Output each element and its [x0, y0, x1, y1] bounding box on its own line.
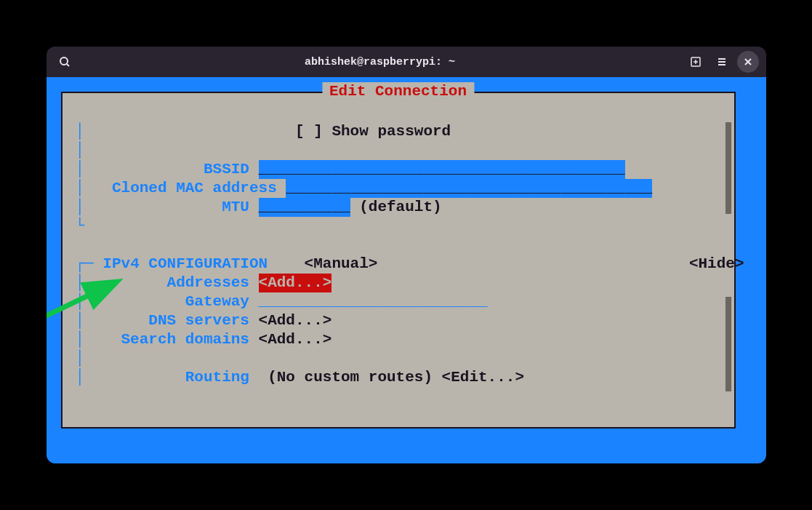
dialog-title: Edit Connection [322, 82, 474, 101]
tree-pipe: │ [76, 349, 85, 368]
tree-pipe: │ [76, 179, 85, 198]
svg-point-0 [60, 57, 68, 65]
routing-edit-button[interactable]: <Edit...> [442, 368, 524, 387]
addresses-label: Addresses [84, 274, 258, 292]
scrollbar-segment[interactable] [725, 297, 731, 391]
new-tab-icon[interactable] [685, 51, 707, 73]
ipv4-section-label: IPv4 CONFIGURATION [94, 255, 268, 274]
bssid-label: BSSID [84, 160, 258, 179]
window-title: abhishek@raspberrypi: ~ [76, 56, 685, 68]
hamburger-icon[interactable] [711, 51, 733, 73]
spacer [84, 122, 295, 141]
search-domains-add-button[interactable]: <Add...> [259, 330, 332, 349]
checkbox-show-password[interactable]: [ ] [295, 122, 323, 141]
spacer [84, 179, 112, 198]
addresses-add-button[interactable]: <Add...> [259, 274, 332, 292]
svg-line-1 [67, 64, 69, 66]
tree-pipe: │ [76, 274, 85, 292]
dns-add-button[interactable]: <Add...> [259, 311, 332, 330]
tree-pipe: │ [76, 141, 85, 160]
tree-pipe: │ [76, 311, 85, 330]
cloned-mac-label: Cloned MAC address [112, 179, 286, 198]
spacer [377, 255, 688, 274]
titlebar: abhishek@raspberrypi: ~ [47, 47, 766, 77]
tree-pipe: │ [76, 122, 85, 141]
search-icon[interactable] [54, 51, 76, 73]
tree-pipe: │ [76, 160, 85, 179]
ipv4-expand-icon[interactable]: ┌─ [76, 255, 94, 274]
gateway-label: Gateway [84, 292, 258, 311]
spacer [268, 255, 304, 274]
mtu-label: MTU [84, 198, 258, 217]
cloned-mac-input[interactable]: ________________________________________ [286, 179, 652, 198]
tree-pipe: │ [76, 198, 85, 217]
tree-pipe: │ [76, 368, 85, 387]
dns-label: DNS servers [84, 311, 258, 330]
edit-connection-dialog: Edit Connection │ [ ] Show password │ │ … [61, 92, 736, 429]
default-label: (default) [350, 198, 442, 217]
terminal-body: Edit Connection │ [ ] Show password │ │ … [47, 77, 766, 463]
search-domains-label: Search domains [84, 330, 258, 349]
tree-pipe: │ [76, 292, 85, 311]
scrollbar-segment[interactable] [725, 122, 731, 214]
hide-button[interactable]: <Hide> [689, 255, 744, 274]
routing-status: (No custom routes) [259, 368, 442, 387]
routing-label: Routing [84, 368, 258, 387]
gateway-input[interactable]: _________________________ [259, 292, 488, 311]
terminal-window: abhishek@raspberrypi: ~ Edit Connection … [47, 47, 766, 463]
close-icon[interactable] [737, 51, 759, 73]
show-password-label: Show password [323, 122, 451, 141]
tree-corner: └ [76, 217, 85, 236]
bssid-input[interactable]: ________________________________________ [259, 160, 625, 179]
tree-pipe: │ [76, 330, 85, 349]
ipv4-mode-select[interactable]: <Manual> [305, 255, 378, 274]
mtu-input[interactable]: __________ [259, 198, 350, 217]
